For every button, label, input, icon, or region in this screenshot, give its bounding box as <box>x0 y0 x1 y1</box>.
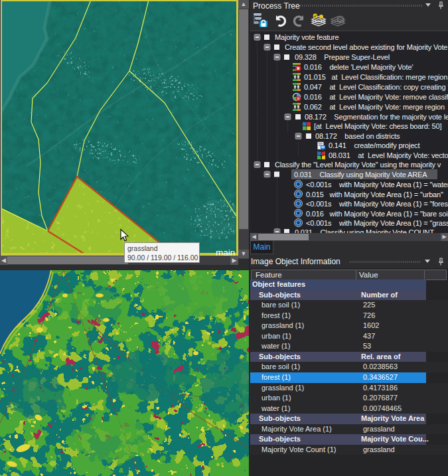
svg-text:Create second level above exis: Create second level above existing for M… <box>285 43 448 51</box>
svg-text:08.031 at Level Majority V: 08.031 at Level Majority Vote: vector- <box>329 151 448 159</box>
svg-text:0.141 create/modify project: 0.141 create/modify project <box>329 141 419 149</box>
svg-text:0.015 with Majority Vote Are: 0.015 with Majority Vote Area (1) = "urb… <box>306 191 443 198</box>
svg-text:<0.001s with Majority Vote: <0.001s with Majority Vote Area (1) = "g… <box>306 219 448 227</box>
svg-text:01.015 at Level Classificat: 01.015 at Level Classification: merge re… <box>304 73 447 81</box>
svg-text:08.172 Segmentation for the: 08.172 Segmentation for the majority vot… <box>305 113 448 121</box>
svg-text:0.047 at Level Classificat: 0.047 at Level Classification: copy crea… <box>304 83 448 91</box>
svg-text:0.016 with Majority Vote Are: 0.016 with Majority Vote Area (1) = "bar… <box>306 210 448 218</box>
svg-text:Classify the "Level Majority V: Classify the "Level Majority Vote" using… <box>275 161 441 169</box>
svg-text:0.062 at Level Majority Vo: 0.062 at Level Majority Vote: merge regi… <box>304 103 445 111</box>
svg-text:09.328 Prepare Super-Level: 09.328 Prepare Super-Level <box>295 53 390 61</box>
svg-text:<0.001s with Majority Vote: <0.001s with Majority Vote Area (1) = "f… <box>306 200 448 208</box>
svg-text:0.016 delete 'Level Majorit: 0.016 delete 'Level Majority Vote' <box>304 63 413 71</box>
svg-text:Majority vote feature: Majority vote feature <box>275 33 339 41</box>
svg-text:0.031 Classify using Majori: 0.031 Classify using Majority Vote AREA <box>294 171 427 179</box>
svg-text:08.172 based on districts: 08.172 based on districts <box>315 132 400 140</box>
svg-text:<0.001s with Majority Vote: <0.001s with Majority Vote Area (1) = "w… <box>306 181 448 189</box>
svg-text:[at Level Majority Vote: ches: [at Level Majority Vote: chess board: 50… <box>314 122 442 130</box>
svg-text:0.016 at Level Majority Vo: 0.016 at Level Majority Vote: remove cla… <box>304 93 448 101</box>
